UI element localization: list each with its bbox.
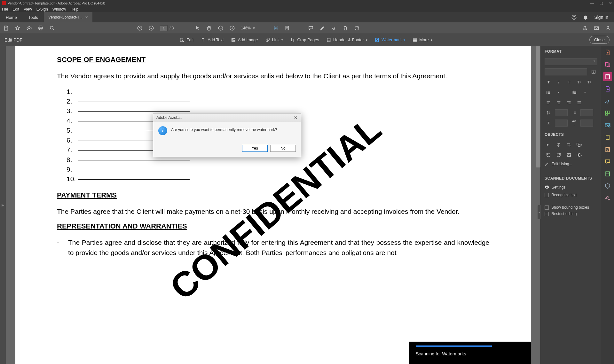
help-format-icon[interactable] (590, 68, 597, 75)
align-right-icon[interactable] (565, 99, 573, 106)
rail-combine-icon[interactable] (603, 60, 612, 69)
rotate-cw-icon[interactable] (555, 151, 563, 159)
flip-vertical-icon[interactable] (555, 141, 563, 148)
dialog-yes-button[interactable]: Yes (242, 145, 268, 152)
show-bounding-boxes-checkbox[interactable]: Show bounding boxes (545, 205, 597, 210)
highlight-icon[interactable] (319, 25, 325, 31)
help-icon[interactable] (571, 14, 577, 20)
menu-help[interactable]: Help (71, 7, 79, 12)
zoom-out-icon[interactable] (218, 25, 224, 31)
tab-home[interactable]: Home (0, 12, 23, 22)
rail-scan-icon[interactable] (603, 169, 612, 178)
cloud-upload-icon[interactable] (26, 25, 32, 31)
bold-icon[interactable]: T (545, 79, 552, 86)
menu-edit[interactable]: Edit (12, 7, 19, 12)
fit-width-icon[interactable] (273, 25, 279, 31)
dialog-no-button[interactable]: No (270, 145, 296, 152)
header-footer-action[interactable]: Header & Footer▾ (326, 37, 367, 43)
fit-page-icon[interactable] (284, 25, 290, 31)
page-number-input[interactable] (160, 25, 168, 31)
select-tool-icon[interactable] (195, 25, 201, 31)
crop-pages-action[interactable]: Crop Pages (290, 37, 319, 43)
line-spacing-select[interactable] (555, 109, 568, 116)
mail-icon[interactable] (594, 25, 599, 31)
more-action[interactable]: More▾ (412, 37, 432, 43)
horizontal-scale-select[interactable] (555, 120, 568, 127)
rail-more-tools-icon[interactable] (603, 194, 612, 203)
paragraph-spacing-icon[interactable] (570, 109, 578, 116)
tab-close-icon[interactable]: × (85, 15, 88, 20)
rail-export-icon[interactable] (603, 84, 612, 93)
menu-view[interactable]: View (24, 7, 32, 12)
paragraph-spacing-select[interactable] (580, 109, 593, 116)
page-up-icon[interactable] (137, 25, 143, 31)
rail-send-icon[interactable] (603, 121, 612, 130)
stamp-icon[interactable] (582, 25, 588, 31)
align-left-icon[interactable] (545, 99, 552, 106)
maximize-button[interactable]: ▢ (600, 1, 603, 5)
print-icon[interactable] (38, 25, 43, 31)
replace-image-icon[interactable] (565, 151, 573, 159)
font-size-select[interactable] (545, 68, 587, 75)
account-icon[interactable] (605, 25, 611, 31)
rail-organize-icon[interactable] (603, 109, 612, 118)
delete-icon[interactable] (342, 25, 348, 31)
hand-tool-icon[interactable] (206, 25, 212, 31)
align-objects-icon[interactable]: ▾ (575, 151, 583, 159)
vertical-scrollbar[interactable] (536, 46, 540, 167)
star-icon[interactable] (15, 25, 20, 31)
tab-tools[interactable]: Tools (23, 12, 44, 22)
link-action[interactable]: Link▾ (265, 37, 283, 43)
numbered-list-dropdown[interactable]: ▾ (581, 89, 589, 96)
settings-button[interactable]: Settings (545, 185, 597, 190)
rail-fill-sign-icon[interactable] (603, 145, 612, 154)
bullet-list-icon[interactable] (545, 89, 552, 96)
line-spacing-icon[interactable] (545, 109, 552, 116)
align-center-icon[interactable] (555, 99, 563, 106)
restrict-editing-checkbox[interactable]: Restrict editing (545, 212, 597, 216)
add-text-action[interactable]: Add Text (201, 37, 224, 43)
rotate-ccw-icon[interactable] (545, 151, 552, 159)
rail-sign-icon[interactable] (603, 97, 612, 105)
minimize-button[interactable]: — (590, 1, 594, 5)
dialog-close-icon[interactable]: ✕ (294, 115, 298, 120)
zoom-level-label[interactable]: 146% ▾ (241, 26, 255, 30)
watermark-action[interactable]: Watermark▾ (374, 37, 405, 43)
close-edit-button[interactable]: Close (589, 36, 610, 44)
rotate-icon[interactable] (354, 25, 360, 31)
comment-icon[interactable] (308, 25, 314, 31)
save-icon[interactable] (3, 25, 9, 31)
char-spacing-select[interactable] (580, 120, 593, 127)
page-down-icon[interactable] (148, 25, 154, 31)
superscript-icon[interactable]: T1 (575, 79, 583, 86)
menu-esign[interactable]: E-Sign (36, 7, 48, 12)
add-image-action[interactable]: Add Image (231, 37, 258, 43)
search-icon[interactable] (49, 25, 55, 31)
document-viewport[interactable]: CONFIDENTIAL SCOPE OF ENGAGEMENT The Ven… (6, 46, 540, 364)
zoom-in-icon[interactable] (229, 25, 235, 31)
tab-document[interactable]: Vendor-Contract-T... × (44, 12, 92, 22)
format-panel-toggle[interactable]: ◂ (538, 205, 541, 219)
flip-horizontal-icon[interactable] (545, 141, 552, 148)
char-spacing-icon[interactable]: AV↔ (570, 120, 578, 127)
bullet-list-dropdown[interactable]: ▾ (555, 89, 563, 96)
subscript-icon[interactable]: T1 (586, 79, 593, 86)
menu-window[interactable]: Window (52, 7, 66, 12)
rail-edit-pdf-icon[interactable] (603, 72, 612, 81)
recognize-text-checkbox[interactable]: Recognize text (545, 193, 597, 197)
notifications-icon[interactable] (583, 14, 588, 20)
numbered-list-icon[interactable]: 123 (571, 89, 579, 96)
edit-using-button[interactable]: Edit Using... (545, 162, 597, 166)
crop-object-icon[interactable] (565, 141, 573, 148)
italic-icon[interactable]: T (555, 79, 563, 86)
underline-icon[interactable]: T (565, 79, 573, 86)
rail-create-pdf-icon[interactable] (603, 48, 612, 57)
rail-comment-icon[interactable] (603, 157, 612, 166)
rail-compress-icon[interactable] (603, 133, 612, 142)
rail-protect-icon[interactable] (603, 182, 612, 190)
edit-action[interactable]: Edit (179, 37, 193, 43)
font-family-select[interactable]: ▾ (545, 58, 597, 65)
left-panel-toggle[interactable]: ▸ (0, 46, 6, 364)
sign-in-link[interactable]: Sign In (594, 15, 608, 20)
menu-file[interactable]: File (2, 7, 8, 12)
